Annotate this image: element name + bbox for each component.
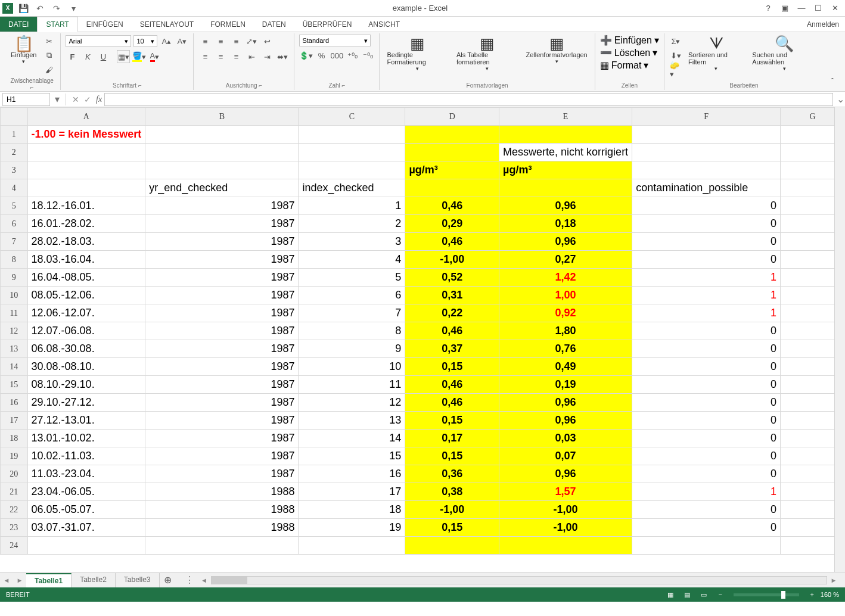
align-left-button[interactable]: ≡	[198, 50, 212, 63]
fx-icon[interactable]: fx	[94, 95, 104, 104]
row-header-5[interactable]: 5	[1, 197, 28, 215]
align-bottom-button[interactable]: ≡	[229, 35, 243, 48]
cell-b15[interactable]: 1987	[145, 376, 299, 394]
italic-button[interactable]: K	[81, 50, 94, 63]
conditional-formatting-button[interactable]: ▦Bedingte Formatierung▾	[384, 35, 451, 73]
cell-d22[interactable]: -1,00	[405, 501, 499, 519]
cell-b3[interactable]	[145, 161, 299, 179]
cell-d13[interactable]: 0,37	[405, 340, 499, 358]
cell-c20[interactable]: 16	[299, 465, 405, 483]
add-sheet-button[interactable]: ⊕	[160, 574, 176, 586]
fill-button[interactable]: ⬇▾	[669, 49, 682, 62]
qat-customize[interactable]: ▾	[67, 2, 80, 15]
qat-save[interactable]: 💾	[17, 2, 30, 15]
cancel-formula-button[interactable]: ✕	[70, 95, 82, 104]
cell-b17[interactable]: 1987	[145, 412, 299, 430]
zoom-slider[interactable]	[734, 593, 799, 596]
cell-a6[interactable]: 16.01.-28.02.	[27, 215, 145, 233]
cell-d3[interactable]: µg/m³	[405, 161, 499, 179]
cell-d14[interactable]: 0,15	[405, 358, 499, 376]
delete-cells-button[interactable]: ➖ Löschen ▾	[600, 47, 658, 58]
cell-a2[interactable]	[27, 144, 145, 161]
cell-a16[interactable]: 29.10.-27.12.	[27, 394, 145, 412]
row-header-13[interactable]: 13	[1, 340, 28, 358]
cell-b19[interactable]: 1987	[145, 447, 299, 465]
cell-c9[interactable]: 5	[299, 269, 405, 287]
cell-d5[interactable]: 0,46	[405, 197, 499, 215]
ribbon-tab-ansicht[interactable]: ANSICHT	[360, 17, 408, 32]
cell-e12[interactable]: 1,80	[499, 322, 632, 340]
cell-a7[interactable]: 28.02.-18.03.	[27, 233, 145, 251]
cell-f8[interactable]: 0	[632, 251, 781, 269]
cell-a8[interactable]: 18.03.-16.04.	[27, 251, 145, 269]
cell-a5[interactable]: 18.12.-16.01.	[27, 197, 145, 215]
maximize-icon[interactable]: ☐	[810, 2, 826, 15]
cell-b1[interactable]	[145, 126, 299, 144]
bold-button[interactable]: F	[66, 50, 79, 63]
inc-decimal-button[interactable]: ⁺⁰₀	[346, 49, 359, 62]
cell-d10[interactable]: 0,31	[405, 287, 499, 304]
cell-d11[interactable]: 0,22	[405, 304, 499, 322]
cell-f16[interactable]: 0	[632, 394, 781, 412]
cell-b16[interactable]: 1987	[145, 394, 299, 412]
minimize-icon[interactable]: —	[794, 2, 809, 15]
ribbon-tab-start[interactable]: START	[37, 17, 77, 32]
sign-in-link[interactable]: Anmelden	[801, 17, 845, 32]
cell-e13[interactable]: 0,76	[499, 340, 632, 358]
fill-color-button[interactable]: 🪣▾	[132, 50, 145, 63]
percent-button[interactable]: %	[315, 49, 328, 62]
cell-f7[interactable]: 0	[632, 233, 781, 251]
cell-b24[interactable]	[145, 537, 299, 555]
cell-b11[interactable]: 1987	[145, 304, 299, 322]
cell-c6[interactable]: 2	[299, 215, 405, 233]
row-header-6[interactable]: 6	[1, 215, 28, 233]
cell-b14[interactable]: 1987	[145, 358, 299, 376]
row-header-8[interactable]: 8	[1, 251, 28, 269]
cell-a4[interactable]	[27, 179, 145, 197]
cell-d24[interactable]	[405, 537, 499, 555]
cell-d21[interactable]: 0,38	[405, 483, 499, 501]
row-header-17[interactable]: 17	[1, 412, 28, 430]
row-header-22[interactable]: 22	[1, 501, 28, 519]
cell-f15[interactable]: 0	[632, 376, 781, 394]
clear-button[interactable]: 🧽▾	[669, 63, 682, 76]
ribbon-tab-datei[interactable]: DATEI	[0, 17, 37, 32]
cut-button[interactable]: ✂	[42, 35, 55, 48]
cell-b18[interactable]: 1987	[145, 430, 299, 447]
row-header-1[interactable]: 1	[1, 126, 28, 144]
cell-e17[interactable]: 0,96	[499, 412, 632, 430]
worksheet-grid[interactable]: ABCDEFG1-1.00 = kein Messwert2Messwerte,…	[0, 107, 845, 572]
cell-c4[interactable]: index_checked	[299, 179, 405, 197]
cell-b21[interactable]: 1988	[145, 483, 299, 501]
cell-d7[interactable]: 0,46	[405, 233, 499, 251]
paste-button[interactable]: 📋 Einfügen ▾	[8, 35, 39, 66]
cell-e1[interactable]	[499, 126, 632, 144]
cell-e9[interactable]: 1,42	[499, 269, 632, 287]
cell-a23[interactable]: 03.07.-31.07.	[27, 519, 145, 537]
shrink-font-button[interactable]: A▾	[175, 35, 188, 48]
cell-f21[interactable]: 1	[632, 483, 781, 501]
cell-d16[interactable]: 0,46	[405, 394, 499, 412]
cell-b12[interactable]: 1987	[145, 322, 299, 340]
cell-e22[interactable]: -1,00	[499, 501, 632, 519]
cell-a10[interactable]: 08.05.-12.06.	[27, 287, 145, 304]
cell-a24[interactable]	[27, 537, 145, 555]
row-header-21[interactable]: 21	[1, 483, 28, 501]
column-header-F[interactable]: F	[632, 108, 781, 126]
cell-a20[interactable]: 11.03.-23.04.	[27, 465, 145, 483]
cell-styles-button[interactable]: ▦Zellenformatvorlagen▾	[523, 35, 589, 66]
cell-c3[interactable]	[299, 161, 405, 179]
cell-a14[interactable]: 30.08.-08.10.	[27, 358, 145, 376]
cell-e10[interactable]: 1,00	[499, 287, 632, 304]
view-normal-button[interactable]: ▦	[663, 589, 678, 600]
cell-d4[interactable]	[405, 179, 499, 197]
cell-d18[interactable]: 0,17	[405, 430, 499, 447]
cell-d17[interactable]: 0,15	[405, 412, 499, 430]
row-header-15[interactable]: 15	[1, 376, 28, 394]
cell-c13[interactable]: 9	[299, 340, 405, 358]
cell-c1[interactable]	[299, 126, 405, 144]
column-header-D[interactable]: D	[405, 108, 499, 126]
comma-button[interactable]: 000	[330, 49, 343, 62]
orientation-button[interactable]: ⤢▾	[245, 35, 258, 48]
ribbon-tab-formeln[interactable]: FORMELN	[202, 17, 254, 32]
